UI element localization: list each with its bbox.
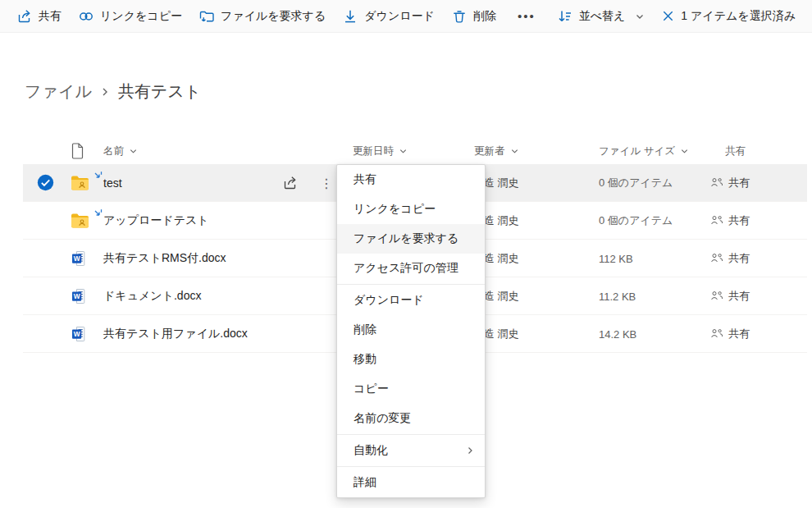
clear-selection-button[interactable]: 1 アイテムを選択済み	[653, 3, 804, 30]
file-size: 112 KB	[599, 252, 633, 264]
share-button-label: 共有	[39, 9, 62, 24]
download-button[interactable]: ダウンロード	[334, 3, 443, 30]
menu-item-download[interactable]: ダウンロード	[337, 286, 485, 315]
menu-divider	[337, 284, 485, 285]
request-files-icon	[198, 8, 215, 25]
modified-by: 造 潤史	[484, 213, 519, 228]
people-icon	[710, 215, 723, 226]
copy-link-button-label: リンクをコピー	[100, 9, 182, 24]
svg-text:W: W	[74, 254, 80, 263]
column-header-file-size[interactable]: ファイル サイズ	[599, 144, 689, 158]
request-files-button-label: ファイルを要求する	[221, 9, 326, 24]
command-bar: 共有 リンクをコピー ファイルを要求する ダウンロード 削除 ••• 並べ替え …	[0, 0, 812, 33]
document-type-column-icon[interactable]	[71, 143, 84, 159]
sharing-status[interactable]: 共有	[710, 213, 750, 228]
menu-item-manage-access[interactable]: アクセス許可の管理	[337, 254, 485, 283]
sort-icon	[557, 8, 573, 25]
chevron-down-icon	[399, 147, 408, 156]
menu-item-automate[interactable]: 自動化	[337, 436, 485, 465]
chevron-down-icon	[680, 147, 689, 156]
menu-item-share[interactable]: 共有	[337, 165, 485, 195]
view-options-button[interactable]	[804, 3, 812, 30]
menu-divider	[337, 434, 485, 435]
column-header-sharing: 共有	[725, 144, 746, 158]
menu-item-delete[interactable]: 削除	[337, 315, 485, 345]
file-name[interactable]: test	[103, 176, 122, 190]
trash-icon	[451, 8, 468, 25]
delete-button[interactable]: 削除	[443, 3, 504, 30]
context-menu: 共有 リンクをコピー ファイルを要求する アクセス許可の管理 ダウンロード 削除…	[336, 164, 486, 498]
copy-link-button[interactable]: リンクをコピー	[70, 3, 190, 30]
modified-by: 造 潤史	[484, 176, 519, 190]
people-icon	[710, 291, 723, 301]
file-list-header: 名前 更新日時 更新者 ファイル サイズ 共有	[23, 138, 807, 164]
word-document-icon: W	[71, 249, 88, 267]
people-icon	[710, 253, 723, 263]
menu-item-request-files[interactable]: ファイルを要求する	[337, 224, 485, 254]
breadcrumb: ファイル 共有テスト	[25, 80, 201, 103]
chevron-down-icon	[510, 147, 519, 156]
sort-button-label: 並べ替え	[579, 9, 626, 24]
menu-divider	[337, 466, 485, 467]
modified-by: 造 潤史	[484, 327, 519, 341]
file-size: 11.2 KB	[599, 290, 636, 302]
column-header-name[interactable]: 名前	[103, 144, 138, 158]
menu-item-move[interactable]: 移動	[337, 345, 485, 374]
download-icon	[342, 8, 358, 25]
svg-text:W: W	[74, 292, 80, 300]
breadcrumb-current: 共有テスト	[118, 80, 201, 103]
sharing-status[interactable]: 共有	[710, 289, 750, 304]
selection-status: 1 アイテムを選択済み	[681, 9, 796, 24]
svg-text:W: W	[74, 330, 80, 338]
sharing-status[interactable]: 共有	[710, 327, 750, 341]
menu-item-copy[interactable]: コピー	[337, 374, 485, 404]
sort-button[interactable]: 並べ替え	[549, 3, 654, 30]
link-icon	[78, 8, 94, 25]
request-files-button[interactable]: ファイルを要求する	[190, 3, 334, 30]
column-header-modified-by[interactable]: 更新者	[474, 144, 519, 158]
download-button-label: ダウンロード	[364, 9, 435, 24]
breadcrumb-root[interactable]: ファイル	[25, 80, 92, 103]
chevron-right-icon	[465, 446, 475, 455]
more-options-icon[interactable]: ⋮	[317, 175, 336, 190]
shared-folder-icon	[71, 175, 89, 190]
menu-item-rename[interactable]: 名前の変更	[337, 404, 485, 433]
file-size: 14.2 KB	[599, 327, 636, 340]
file-size: 0 個のアイテム	[599, 176, 673, 190]
file-name[interactable]: 共有テストRMS付.docx	[103, 251, 226, 266]
modified-by: 造 潤史	[484, 289, 519, 304]
close-icon	[661, 9, 675, 23]
row-selected-checkbox[interactable]	[37, 174, 55, 192]
word-document-icon: W	[71, 325, 88, 342]
share-icon[interactable]	[282, 175, 299, 191]
more-commands-button[interactable]: •••	[504, 3, 549, 30]
share-button[interactable]: 共有	[8, 3, 70, 30]
more-icon: •••	[513, 10, 541, 22]
people-icon	[710, 177, 723, 188]
file-name[interactable]: ドキュメント.docx	[103, 289, 201, 304]
menu-item-details[interactable]: 詳細	[337, 468, 485, 497]
sharing-status[interactable]: 共有	[710, 176, 750, 190]
people-icon	[710, 328, 723, 339]
menu-item-copy-link[interactable]: リンクをコピー	[337, 195, 485, 224]
file-name[interactable]: アップロードテスト	[103, 213, 209, 228]
chevron-down-icon	[129, 147, 138, 156]
chevron-right-icon	[100, 86, 110, 98]
modified-by: 造 潤史	[484, 251, 519, 266]
file-name[interactable]: 共有テスト用ファイル.docx	[103, 327, 248, 341]
share-icon	[16, 8, 33, 25]
file-size: 0 個のアイテム	[599, 213, 673, 228]
word-document-icon: W	[71, 287, 88, 304]
sharing-status[interactable]: 共有	[710, 251, 750, 266]
column-header-modified[interactable]: 更新日時	[353, 144, 408, 158]
chevron-down-icon	[635, 11, 645, 21]
shared-folder-icon	[71, 213, 89, 228]
delete-button-label: 削除	[473, 9, 496, 24]
